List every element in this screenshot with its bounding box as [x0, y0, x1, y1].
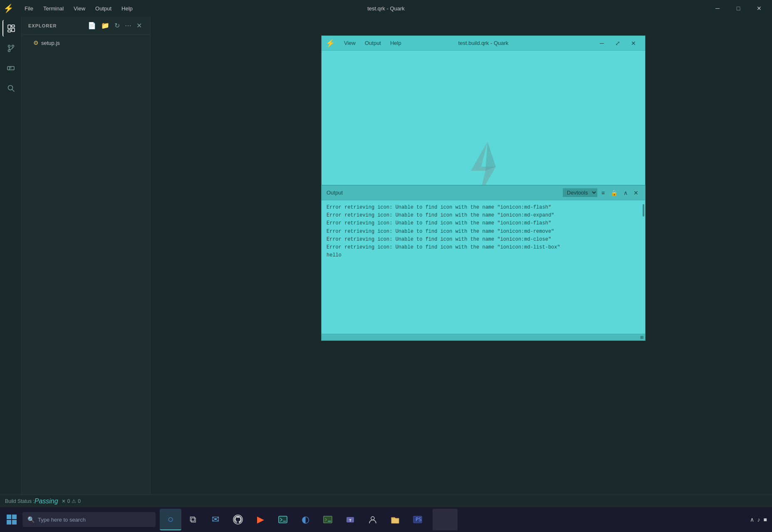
output-line: Error retrieving icon: Unable to find ic… — [327, 204, 640, 212]
error-icon: ✕ — [62, 498, 66, 504]
output-dropdown[interactable]: Devtools — [563, 188, 597, 197]
sidebar-header: Explorer 📄 📁 ↻ ⋯ ✕ — [22, 17, 150, 35]
taskbar-app-cmder[interactable] — [317, 509, 339, 530]
cmder-icon — [322, 514, 333, 525]
taskbar-app-explorer[interactable] — [384, 509, 406, 530]
output-line-hello: hello — [327, 251, 640, 259]
warning-count: 0 — [78, 498, 81, 504]
file-icon-gear: ⚙ — [33, 39, 39, 46]
title-bar: ⚡ File Terminal View Output Help test.qr… — [0, 0, 772, 17]
svg-point-6 — [12, 45, 14, 47]
main-layout: Explorer 📄 📁 ↻ ⋯ ✕ ⚙ setup.js ⚡ View — [0, 17, 772, 495]
output-controls: Devtools ≡ 🔒 ∧ ✕ — [563, 188, 640, 197]
activity-npm[interactable] — [2, 60, 19, 76]
close-sidebar-button[interactable]: ✕ — [135, 21, 144, 30]
minimize-button[interactable]: ─ — [708, 2, 727, 15]
search-icon: 🔍 — [27, 516, 35, 523]
title-bar-menu: File Terminal View Output Help — [20, 4, 137, 13]
output-line: Error retrieving icon: Unable to find ic… — [327, 228, 640, 236]
file-item-setup-js[interactable]: ⚙ setup.js — [22, 38, 150, 47]
quark-close-button[interactable]: ✕ — [626, 37, 641, 49]
svg-rect-12 — [12, 515, 17, 519]
output-content: Error retrieving icon: Unable to find ic… — [322, 200, 645, 334]
svg-rect-13 — [7, 520, 11, 525]
new-file-button[interactable]: 📄 — [86, 21, 98, 30]
output-scrollbar[interactable] — [643, 204, 644, 217]
taskbar-app-cortana[interactable]: ○ — [160, 509, 181, 530]
taskbar-search-box[interactable]: 🔍 Type here to search — [22, 512, 156, 527]
menu-help[interactable]: Help — [117, 4, 137, 13]
output-scroll-up-button[interactable]: ∧ — [622, 189, 629, 197]
quark-title-bar: ⚡ View Output Help test.build.qrk - Quar… — [322, 36, 645, 51]
activity-search[interactable] — [2, 80, 19, 96]
menu-view[interactable]: View — [69, 4, 89, 13]
quark-window-controls: ─ ⤢ ✕ — [594, 37, 641, 49]
output-close-button[interactable]: ✕ — [632, 189, 640, 197]
output-line: Error retrieving icon: Unable to find ic… — [327, 244, 640, 251]
svg-point-20 — [371, 517, 374, 520]
file-explorer-icon — [390, 514, 401, 525]
output-bottom-bar: ⊞ — [322, 334, 645, 340]
quark-minimize-button[interactable]: ─ — [594, 37, 609, 49]
taskbar-app-github2[interactable] — [362, 509, 384, 530]
svg-rect-14 — [12, 520, 17, 525]
windows-logo-icon — [6, 514, 17, 525]
quark-maximize-button[interactable]: ⤢ — [610, 37, 625, 49]
maximize-button[interactable]: □ — [729, 2, 748, 15]
window-controls: ─ □ ✕ — [708, 2, 769, 15]
quark-menu-help[interactable]: Help — [386, 39, 406, 47]
output-line: Error retrieving icon: Unable to find ic… — [327, 212, 640, 219]
activity-bar — [0, 17, 22, 495]
system-tray-up-icon[interactable]: ∧ — [750, 516, 754, 523]
terminal-icon — [277, 514, 288, 525]
svg-rect-16 — [279, 516, 287, 523]
quark-menu-view[interactable]: View — [340, 39, 360, 47]
new-folder-button[interactable]: 📁 — [99, 21, 111, 30]
activity-explorer[interactable] — [2, 20, 19, 37]
powershell-icon: PS — [412, 514, 423, 525]
more-button[interactable]: ⋯ — [123, 21, 133, 30]
taskbar-app-github[interactable] — [227, 509, 249, 530]
taskbar-app-media[interactable]: ▶ — [250, 509, 271, 530]
taskbar: 🔍 Type here to search ○ ⧉ ✉ ▶ — [0, 507, 772, 532]
menu-terminal[interactable]: Terminal — [39, 4, 68, 13]
svg-rect-11 — [7, 515, 11, 519]
start-button[interactable] — [2, 510, 22, 530]
output-lock-button[interactable]: 🔒 — [609, 189, 619, 197]
taskbar-app-terminal[interactable] — [272, 509, 294, 530]
svg-rect-17 — [324, 516, 332, 523]
status-bar: Build Status : Passing ✕ 0 ⚠ 0 — [0, 495, 772, 507]
taskbar-app-mail[interactable]: ✉ — [205, 509, 226, 530]
error-count: 0 — [67, 498, 70, 504]
output-panel: Output Devtools ≡ 🔒 ∧ ✕ Error retrieving… — [321, 185, 646, 341]
taskbar-app-taskview[interactable]: ⧉ — [182, 509, 204, 530]
github-icon — [233, 514, 243, 525]
taskbar-app-powershell[interactable]: PS — [407, 509, 428, 530]
teams-icon: T — [345, 514, 356, 525]
resize-icon: ⊞ — [640, 335, 643, 340]
warning-icon: ⚠ — [72, 498, 76, 504]
svg-text:PS: PS — [416, 517, 421, 522]
output-line: Error retrieving icon: Unable to find ic… — [327, 219, 640, 227]
volume-icon[interactable]: ♪ — [757, 516, 760, 523]
menu-file[interactable]: File — [20, 4, 37, 13]
search-placeholder-text: Type here to search — [38, 517, 86, 523]
taskbar-app-teams[interactable]: T — [339, 509, 361, 530]
sidebar: Explorer 📄 📁 ↻ ⋯ ✕ ⚙ setup.js — [22, 17, 151, 495]
close-button[interactable]: ✕ — [750, 2, 769, 15]
taskbar-active-indicator — [433, 509, 458, 530]
app-logo: ⚡ — [3, 3, 14, 13]
output-filter-button[interactable]: ≡ — [600, 189, 606, 197]
sidebar-actions: 📄 📁 ↻ ⋯ ✕ — [86, 21, 144, 30]
svg-text:T: T — [349, 518, 351, 522]
battery-icon[interactable]: ■ — [764, 516, 767, 523]
refresh-button[interactable]: ↻ — [113, 21, 121, 30]
taskbar-app-edge[interactable]: ◐ — [294, 509, 316, 530]
quark-menu-output[interactable]: Output — [361, 39, 385, 47]
output-title: Output — [327, 190, 563, 196]
status-label: Build Status : — [5, 498, 35, 504]
activity-source-control[interactable] — [2, 40, 19, 57]
mail-icon: ✉ — [212, 514, 219, 525]
menu-output[interactable]: Output — [91, 4, 116, 13]
svg-point-4 — [8, 45, 10, 47]
